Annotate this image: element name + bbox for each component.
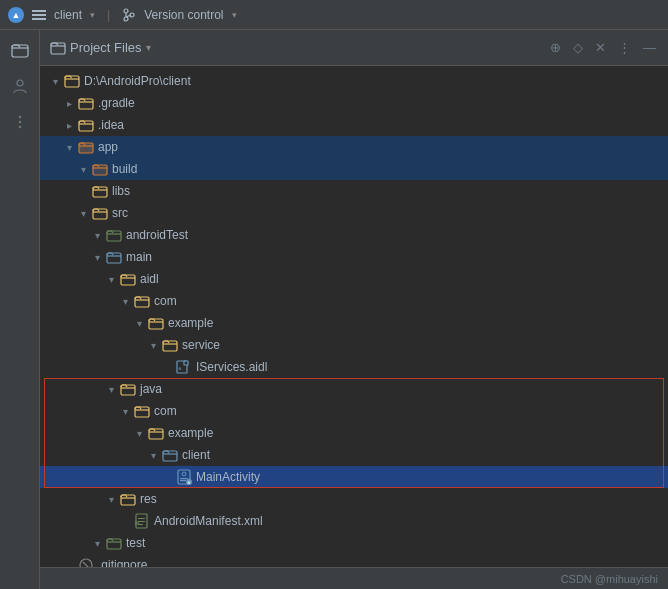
test-toggle[interactable]: [90, 536, 104, 550]
activity-file-icon: A: [176, 469, 192, 485]
libs-toggle: [76, 184, 90, 198]
example2-toggle[interactable]: [132, 426, 146, 440]
svg-point-0: [124, 9, 128, 13]
service-label: service: [182, 338, 220, 352]
svg-rect-18: [107, 231, 121, 241]
list-item[interactable]: A MainActivity: [40, 466, 668, 488]
iservices-toggle: [160, 360, 174, 374]
example2-folder-icon: [148, 425, 164, 441]
libs-folder-icon: [92, 183, 108, 199]
project-panel: Project Files ▾ ⊕ ◇ ✕ ⋮ — D:\Andr: [40, 30, 668, 589]
minimize-header-icon[interactable]: —: [641, 38, 658, 57]
panel-title-container: Project Files ▾: [50, 40, 151, 56]
project-name: client: [54, 8, 82, 22]
svg-rect-22: [149, 319, 163, 329]
list-item[interactable]: service: [40, 334, 668, 356]
list-item[interactable]: test: [40, 532, 668, 554]
aidl-file-icon: A: [176, 360, 192, 374]
list-item[interactable]: .gradle: [40, 92, 668, 114]
svg-rect-30: [163, 451, 177, 461]
root-toggle[interactable]: [48, 74, 62, 88]
list-item[interactable]: res: [40, 488, 668, 510]
tree-container[interactable]: D:\AndroidPro\client .gradle: [40, 66, 668, 567]
list-item[interactable]: com: [40, 290, 668, 312]
build-toggle[interactable]: [76, 162, 90, 176]
svg-point-9: [18, 126, 20, 128]
panel-title-chevron[interactable]: ▾: [146, 42, 151, 53]
example1-toggle[interactable]: [132, 316, 146, 330]
person-left-icon[interactable]: [8, 74, 32, 98]
aidl-folder-icon: [120, 271, 136, 287]
list-item[interactable]: example: [40, 422, 668, 444]
list-item[interactable]: aidl: [40, 268, 668, 290]
idea-toggle[interactable]: [62, 118, 76, 132]
list-item[interactable]: androidTest: [40, 224, 668, 246]
com2-toggle[interactable]: [118, 404, 132, 418]
list-item[interactable]: com: [40, 400, 668, 422]
main-toggle[interactable]: [90, 250, 104, 264]
androidtest-toggle[interactable]: [90, 228, 104, 242]
list-item[interactable]: main: [40, 246, 668, 268]
svg-point-8: [18, 121, 20, 123]
list-item[interactable]: java: [40, 378, 668, 400]
more-left-icon[interactable]: [8, 110, 32, 134]
version-control-chevron[interactable]: ▾: [232, 10, 237, 20]
list-item[interactable]: build: [40, 158, 668, 180]
svg-rect-23: [163, 341, 177, 351]
more-header-icon[interactable]: ⋮: [616, 38, 633, 57]
com1-folder-icon: [134, 293, 150, 309]
status-bar: CSDN @mihuayishi: [40, 567, 668, 589]
iservices-label: IServices.aidl: [196, 360, 267, 374]
panel-title-text: Project Files: [70, 40, 142, 55]
manifest-toggle: [118, 514, 132, 528]
com1-toggle[interactable]: [118, 294, 132, 308]
svg-point-1: [124, 17, 128, 21]
diamond-header-icon[interactable]: ◇: [571, 38, 585, 57]
list-item[interactable]: M AndroidManifest.xml: [40, 510, 668, 532]
hamburger-menu[interactable]: [32, 10, 46, 20]
manifest-label: AndroidManifest.xml: [154, 514, 263, 528]
gradle-toggle[interactable]: [62, 96, 76, 110]
globe-header-icon[interactable]: ⊕: [548, 38, 563, 57]
gradle-folder-icon: [78, 95, 94, 111]
folder-left-icon[interactable]: [8, 38, 32, 62]
list-item[interactable]: A IServices.aidl: [40, 356, 668, 378]
res-toggle[interactable]: [104, 492, 118, 506]
svg-rect-21: [135, 297, 149, 307]
list-item[interactable]: client: [40, 444, 668, 466]
com2-label: com: [154, 404, 177, 418]
svg-rect-29: [149, 429, 163, 439]
list-item[interactable]: src: [40, 202, 668, 224]
build-folder-icon: [92, 161, 108, 177]
selection-region: java com: [40, 378, 668, 488]
svg-rect-43: [107, 539, 121, 549]
androidtest-folder-icon: [106, 227, 122, 243]
svg-rect-14: [79, 143, 93, 153]
tree-root[interactable]: D:\AndroidPro\client: [40, 70, 668, 92]
client-toggle[interactable]: [146, 448, 160, 462]
idea-folder-icon: [78, 117, 94, 133]
svg-text:A: A: [179, 366, 182, 371]
svg-point-32: [182, 472, 186, 476]
list-item[interactable]: .gitignore: [40, 554, 668, 567]
app-label: app: [98, 140, 118, 154]
app-toggle[interactable]: [62, 140, 76, 154]
list-item[interactable]: example: [40, 312, 668, 334]
project-chevron[interactable]: ▾: [90, 10, 95, 20]
close-header-icon[interactable]: ✕: [593, 38, 608, 57]
main-container: Project Files ▾ ⊕ ◇ ✕ ⋮ — D:\Andr: [0, 30, 668, 589]
aidl-toggle[interactable]: [104, 272, 118, 286]
src-label: src: [112, 206, 128, 220]
com2-folder-icon: [134, 403, 150, 419]
svg-rect-37: [121, 495, 135, 505]
service-toggle[interactable]: [146, 338, 160, 352]
example2-label: example: [168, 426, 213, 440]
list-item[interactable]: .idea: [40, 114, 668, 136]
panel-header-icons: ⊕ ◇ ✕ ⋮ —: [548, 38, 658, 57]
service-folder-icon: [162, 337, 178, 353]
list-item[interactable]: libs: [40, 180, 668, 202]
list-item[interactable]: app: [40, 136, 668, 158]
java-toggle[interactable]: [104, 382, 118, 396]
mainactivity-label: MainActivity: [196, 470, 260, 484]
src-toggle[interactable]: [76, 206, 90, 220]
